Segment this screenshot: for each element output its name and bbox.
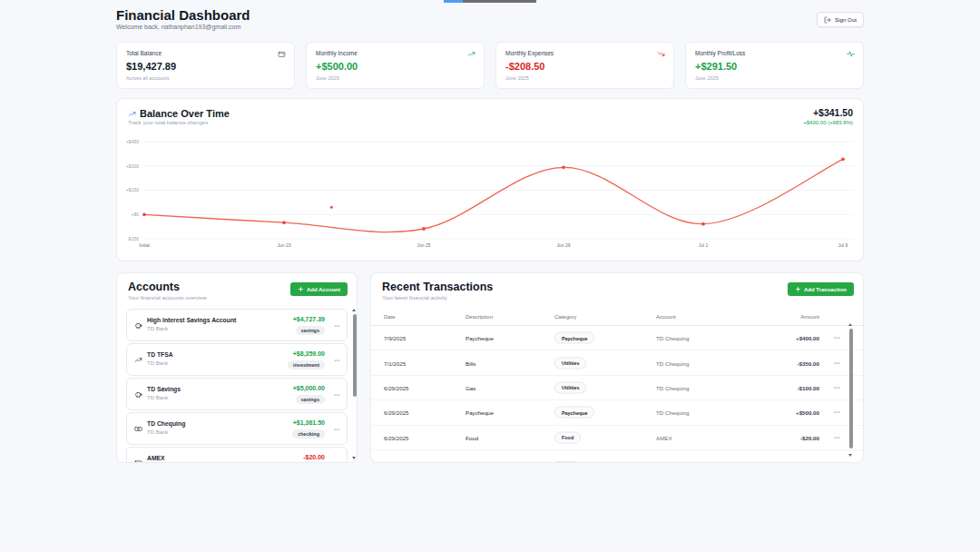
account-list-item: TD Chequing TD Bank +$1,361.50 checking xyxy=(126,412,348,445)
svg-text:Jun 29: Jun 29 xyxy=(556,242,570,248)
transaction-row: 6/29/2025 Food Food AMEX -$20.00 xyxy=(371,426,864,450)
transaction-category-badge: Paycheque xyxy=(554,407,594,419)
accounts-panel: Accounts Your financial accounts overvie… xyxy=(116,272,358,463)
ellipsis-icon[interactable] xyxy=(333,426,341,433)
transaction-date: 6/29/2025 xyxy=(384,434,409,440)
transaction-date: 7/1/2025 xyxy=(384,360,406,366)
ellipsis-icon[interactable] xyxy=(333,322,341,330)
transaction-amount: -$100.00 xyxy=(798,384,819,390)
transaction-row: 6/29/2025 Paycheque Paycheque TD Chequin… xyxy=(371,400,864,425)
svg-text:Jun 25: Jun 25 xyxy=(416,242,430,248)
transactions-table-header: DateDescriptionCategoryAccountAmount xyxy=(371,310,864,326)
accounts-subtitle: Your financial accounts overview xyxy=(128,295,207,301)
account-name: TD Savings xyxy=(147,386,181,392)
svg-text:Initial: Initial xyxy=(139,242,150,248)
transaction-category-badge: Food xyxy=(554,431,581,443)
chart-change-summary: +$400.00 (+683.8%) xyxy=(803,120,853,125)
add-account-button[interactable]: Add Account xyxy=(290,282,348,296)
piggy-bank-icon xyxy=(134,321,142,330)
stat-card-subtext: June 2025 xyxy=(316,75,475,81)
stat-card: Monthly Income +$500.00 June 2025 xyxy=(306,42,485,89)
recent-transactions-panel: Recent Transactions Your latest financia… xyxy=(370,272,864,463)
stat-card-label: Monthly Income xyxy=(316,50,475,56)
ellipsis-icon[interactable] xyxy=(833,360,841,367)
progress-segment-gray xyxy=(463,0,536,3)
column-header-amount: Amount xyxy=(800,314,819,320)
svg-text:Jul 9: Jul 9 xyxy=(838,242,848,248)
transaction-row-partial xyxy=(371,450,864,463)
stat-card-value: -$208.50 xyxy=(505,61,664,72)
transaction-account: TD Chequing xyxy=(656,360,689,366)
ellipsis-icon[interactable] xyxy=(833,409,841,416)
plus-icon xyxy=(298,286,304,292)
scroll-up-icon[interactable] xyxy=(848,323,852,326)
svg-text:+$0: +$0 xyxy=(132,212,140,217)
wallet-icon xyxy=(278,50,286,58)
stat-card: Total Balance $19,427.89 Across all acco… xyxy=(116,42,295,89)
transactions-subtitle: Your latest financial activity xyxy=(382,295,447,301)
stat-card-subtext: June 2025 xyxy=(505,75,664,81)
trending-up-icon xyxy=(134,356,142,364)
stat-cards-row: Total Balance $19,427.89 Across all acco… xyxy=(116,42,864,89)
transaction-date: 6/29/2025 xyxy=(384,409,409,416)
transaction-description: Food xyxy=(466,434,478,440)
account-name: TD TFSA xyxy=(147,351,173,358)
transaction-description: Paycheque xyxy=(466,335,494,341)
ellipsis-icon[interactable] xyxy=(833,334,841,341)
svg-text:+$300: +$300 xyxy=(126,163,139,169)
ellipsis-icon[interactable] xyxy=(333,460,341,463)
scrollbar-thumb[interactable] xyxy=(849,329,853,448)
scroll-up-icon[interactable] xyxy=(352,309,356,311)
accounts-title: Accounts xyxy=(128,281,180,293)
transactions-scrollbar[interactable] xyxy=(848,322,854,460)
account-bank: TD Bank xyxy=(147,326,168,331)
account-balance: +$1,361.50 xyxy=(293,419,325,426)
accounts-scrollbar[interactable] xyxy=(352,308,358,463)
svg-text:+$450: +$450 xyxy=(126,139,139,144)
transaction-account: TD Chequing xyxy=(656,384,689,390)
welcome-text: Welcome back, nathanphan193@gmail.com xyxy=(116,24,240,30)
scrollbar-thumb[interactable] xyxy=(353,314,357,397)
stat-card-subtext: June 2025 xyxy=(695,75,854,81)
transaction-description: Gas xyxy=(466,384,475,390)
transaction-account: TD Chequing xyxy=(656,409,689,416)
transactions-title: Recent Transactions xyxy=(382,281,493,293)
accounts-list: High Interest Savings Account TD Bank +$… xyxy=(126,309,348,463)
transaction-row: 7/1/2025 Bills Utilities TD Chequing -$3… xyxy=(371,350,864,375)
account-type-badge: investment xyxy=(288,360,325,370)
account-name: High Interest Savings Account xyxy=(147,317,236,323)
column-header-description: Description xyxy=(466,314,493,320)
transaction-account: AMEX xyxy=(656,434,672,440)
progress-segment-blue xyxy=(444,0,463,3)
transaction-category-badge: Utilities xyxy=(554,381,586,393)
transaction-row: 7/9/2025 Paycheque Paycheque TD Chequing… xyxy=(371,326,864,350)
stat-card-value: +$291.50 xyxy=(695,61,854,72)
ellipsis-icon[interactable] xyxy=(833,384,841,391)
stat-card-subtext: Across all accounts xyxy=(126,75,285,81)
transaction-row: 6/29/2025 Gas Utilities TD Chequing -$10… xyxy=(371,376,864,400)
account-type-badge: checking xyxy=(292,429,325,439)
page-title: Financial Dashboard xyxy=(116,7,250,23)
add-transaction-button[interactable]: Add Transaction xyxy=(788,282,854,296)
banknote-icon xyxy=(134,425,142,433)
account-type-badge: savings xyxy=(296,326,325,335)
chart-title: Balance Over Time xyxy=(140,108,230,119)
chart-subtitle: Track your total balance changes xyxy=(128,120,208,125)
ellipsis-icon[interactable] xyxy=(333,357,341,364)
transactions-table-body: 7/9/2025 Paycheque Paycheque TD Chequing… xyxy=(371,326,864,463)
scroll-down-icon[interactable] xyxy=(352,457,356,459)
account-balance: +$8,359.00 xyxy=(293,350,325,357)
scroll-down-icon[interactable] xyxy=(848,454,852,457)
balance-over-time-panel: +$450+$300+$150+$0-$150InitialJun 23Jun … xyxy=(116,98,864,261)
ellipsis-icon[interactable] xyxy=(833,434,841,441)
balance-line-chart: +$450+$300+$150+$0-$150InitialJun 23Jun … xyxy=(117,99,865,262)
transaction-date: 6/29/2025 xyxy=(384,384,409,390)
transaction-category-badge: Paycheque xyxy=(554,332,594,344)
account-balance: +$5,000.00 xyxy=(293,385,325,391)
svg-text:Jun 23: Jun 23 xyxy=(277,242,290,248)
sign-out-label: Sign Out xyxy=(835,16,857,23)
trending-down-icon xyxy=(657,50,665,58)
sign-out-button[interactable]: Sign Out xyxy=(817,12,864,27)
ellipsis-icon[interactable] xyxy=(333,391,341,399)
stat-card-value: $19,427.89 xyxy=(126,61,285,72)
